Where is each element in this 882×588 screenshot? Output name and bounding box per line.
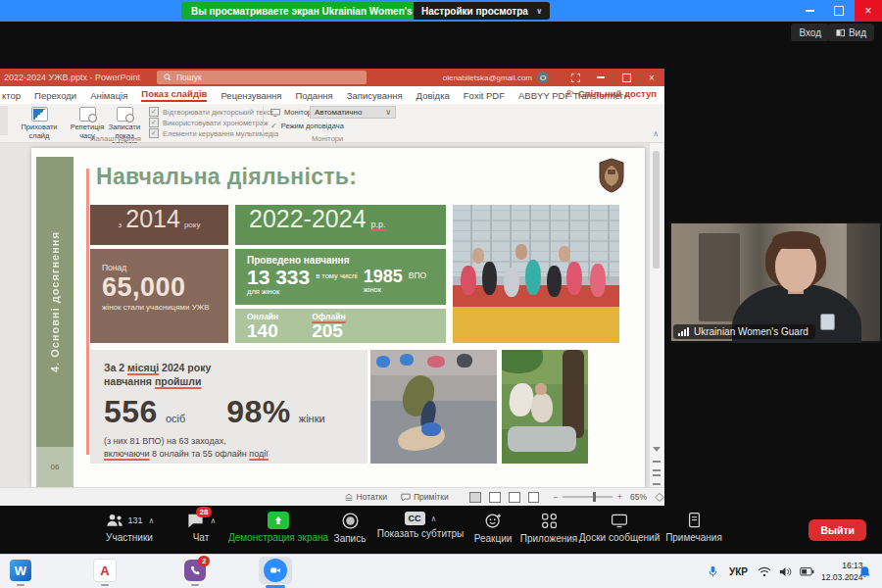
play-narrations-checkbox[interactable]: ✓ Відтворювати дикторський текст [149, 107, 273, 117]
tab-slideshow[interactable]: Показ слайдів [141, 88, 207, 102]
slideshow-view-button[interactable] [528, 492, 540, 503]
zoom-taskbar-button[interactable] [263, 559, 288, 582]
zoom-in-button[interactable]: + [617, 492, 622, 502]
language-indicator[interactable]: УКР [729, 555, 748, 588]
next-slide-button[interactable] [650, 470, 663, 487]
ppt-account[interactable]: olenabiletska@gmail.com O [443, 69, 549, 86]
viber-taskbar-button[interactable]: 2 [182, 559, 208, 582]
windows-taskbar: W A 2 УКР [0, 554, 882, 588]
apps-button[interactable]: Приложения [517, 512, 580, 544]
slide-sorter-view-button[interactable] [489, 492, 501, 503]
tab-help[interactable]: Довідка [416, 90, 450, 101]
collapse-ribbon-icon[interactable]: ∧ [653, 129, 659, 138]
tray-clock[interactable]: 16:13 12.03.2024 [821, 555, 863, 588]
tab-review[interactable]: Рецензування [220, 90, 281, 101]
view-settings-button[interactable]: Настройки просмотра ∨ [414, 2, 550, 20]
tray-date-value: 12.03.2024 [821, 572, 863, 583]
whiteboards-button[interactable]: Доски сообщений [580, 512, 659, 543]
tab-transitions[interactable]: Переходи [34, 90, 76, 101]
word-taskbar-button[interactable]: W [8, 559, 33, 582]
avatar[interactable]: O [537, 72, 549, 83]
presenter-view-checkbox[interactable]: ✓ Режим доповідача [270, 122, 344, 130]
tray-time-value: 16:13 [821, 561, 863, 571]
ppt-titlebar[interactable]: 2022-2024 УЖВ.pptx - PowerPoint Пошук ol… [0, 69, 664, 86]
offline-value: 205 [312, 321, 345, 341]
participants-caption: жінок стали учасницями УЖВ [102, 303, 219, 312]
tab-animation[interactable]: Анімація [90, 90, 127, 101]
fit-to-window-icon[interactable] [655, 492, 664, 503]
normal-view-button[interactable] [469, 492, 481, 503]
acrobat-taskbar-button[interactable]: A [92, 559, 118, 582]
signin-button[interactable]: Вход [791, 24, 829, 41]
microphone-icon [708, 565, 718, 578]
monitor-select[interactable]: Автоматично ∨ [310, 106, 396, 119]
photo-first-aid-indoor [370, 350, 497, 464]
scrollbar-thumb[interactable] [653, 151, 660, 269]
ppt-minimize-button[interactable] [588, 69, 613, 86]
language-code: УКР [729, 566, 748, 577]
annotations-button[interactable]: Примечания [662, 512, 725, 543]
clipped-ribbon-button[interactable] [0, 106, 8, 135]
comments-button[interactable]: Примітки [394, 492, 456, 502]
captions-button[interactable]: CC ∧ Показать субтитры [378, 512, 463, 539]
scroll-down-button[interactable] [650, 443, 663, 456]
participants-value: 65,000 [102, 273, 219, 301]
webcam-tile[interactable]: Ukrainian Women's Guard [669, 221, 882, 343]
reading-view-button[interactable] [509, 492, 520, 503]
vertical-scrollbar[interactable] [649, 143, 663, 487]
running-indicator [191, 584, 199, 586]
tab-recording[interactable]: Записування [347, 90, 403, 101]
battery-icon [800, 567, 814, 576]
hide-slide-button[interactable]: Приховати слайд [16, 107, 63, 140]
chat-button[interactable]: 28 ∧ Чат [174, 512, 227, 543]
reactions-button[interactable]: Реакции [468, 512, 517, 544]
minimize-button[interactable] [796, 0, 823, 22]
monitor-row: Монітор: [270, 108, 314, 117]
annotations-icon [686, 512, 703, 529]
chevron-up-icon[interactable]: ∧ [149, 516, 155, 525]
tray-volume-button[interactable] [779, 555, 792, 588]
ribbon-display-button[interactable] [563, 69, 588, 86]
tray-notifications-button[interactable] [858, 555, 871, 588]
chevron-up-icon[interactable]: ∧ [211, 516, 217, 525]
record-button[interactable]: Запись [327, 512, 372, 544]
reactions-icon [484, 512, 503, 530]
participants-button[interactable]: 131 ∧ Участники [90, 512, 169, 543]
slide: 4. Основні досягнення 06 Навчальна діяль… [31, 148, 645, 487]
zoom-slider[interactable] [563, 496, 612, 498]
maximize-icon [834, 6, 844, 16]
view-settings-label: Настройки просмотра [421, 6, 528, 17]
use-timings-checkbox[interactable]: ✓ Використовувати хронометраж [149, 118, 269, 127]
notes-button[interactable]: Нотатки [337, 492, 394, 502]
close-button[interactable]: × [855, 0, 882, 22]
tab-foxit-pdf[interactable]: Foxit PDF [464, 90, 505, 101]
captions-label: Показать субтитры [377, 528, 465, 539]
tab-constructor-clipped[interactable]: ктор [2, 90, 21, 101]
annotations-label: Примечания [665, 532, 722, 543]
slide-page-number: 06 [36, 447, 74, 487]
tray-wifi-button[interactable] [758, 555, 771, 588]
share-screen-button[interactable]: Демонстрация экрана [231, 512, 325, 543]
media-controls-checkbox[interactable]: ✓ Елементи керування мультимедіа [149, 128, 278, 138]
view-mode-button[interactable]: Вид [828, 24, 874, 41]
tab-view[interactable]: Подання [295, 90, 332, 101]
share-access-button[interactable]: Спільний доступ [565, 88, 657, 99]
tray-mic-button[interactable] [708, 555, 718, 588]
zoom-out-button[interactable]: − [553, 492, 558, 502]
zoom-slider-knob[interactable] [593, 492, 596, 502]
maximize-button[interactable] [825, 0, 853, 22]
tray-battery-button[interactable] [800, 555, 814, 588]
zoom-level[interactable]: 65% [630, 492, 647, 502]
chevron-up-icon[interactable]: ∧ [431, 514, 437, 523]
minimize-icon [806, 10, 814, 12]
apps-icon [540, 512, 559, 530]
ppt-search-box[interactable]: Пошук [157, 71, 367, 84]
leave-button[interactable]: Выйти [808, 519, 866, 541]
ppt-restore-button[interactable] [613, 69, 639, 86]
share-label: Спільний доступ [578, 88, 657, 99]
ppt-close-button[interactable]: × [639, 69, 664, 86]
chat-label: Чат [193, 532, 210, 543]
checkbox-icon: ✓ [149, 118, 159, 127]
vpo-caption: жінок [364, 285, 403, 294]
recent-l4a: включаючи [104, 449, 150, 459]
